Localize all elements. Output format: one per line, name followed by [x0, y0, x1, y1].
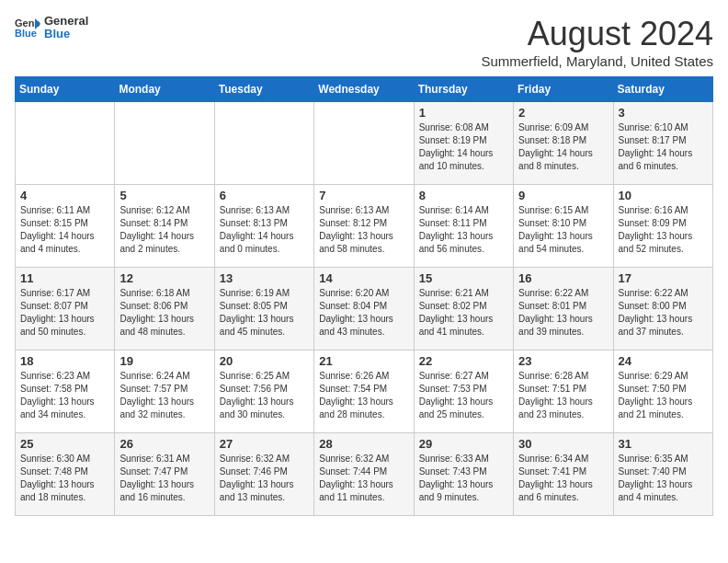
calendar-week-row: 4Sunrise: 6:11 AM Sunset: 8:15 PM Daylig… — [16, 185, 713, 268]
calendar-cell — [314, 102, 414, 185]
calendar-cell: 24Sunrise: 6:29 AM Sunset: 7:50 PM Dayli… — [613, 350, 712, 433]
calendar-cell: 31Sunrise: 6:35 AM Sunset: 7:40 PM Dayli… — [613, 433, 712, 516]
day-number: 1 — [419, 106, 508, 120]
day-number: 18 — [20, 354, 109, 368]
calendar-cell: 19Sunrise: 6:24 AM Sunset: 7:57 PM Dayli… — [115, 350, 214, 433]
cell-info: Sunrise: 6:28 AM Sunset: 7:51 PM Dayligh… — [518, 370, 608, 421]
calendar-cell: 4Sunrise: 6:11 AM Sunset: 8:15 PM Daylig… — [16, 185, 115, 268]
cell-info: Sunrise: 6:31 AM Sunset: 7:47 PM Dayligh… — [119, 453, 209, 504]
day-number: 4 — [20, 189, 109, 202]
header: General Blue General Blue August 2024 Su… — [15, 15, 713, 69]
calendar-cell: 25Sunrise: 6:30 AM Sunset: 7:48 PM Dayli… — [16, 433, 115, 516]
calendar-cell: 16Sunrise: 6:22 AM Sunset: 8:01 PM Dayli… — [514, 268, 613, 350]
day-number: 6 — [220, 189, 309, 202]
calendar-cell: 20Sunrise: 6:25 AM Sunset: 7:56 PM Dayli… — [214, 350, 313, 433]
day-number: 15 — [419, 271, 508, 285]
day-number: 16 — [518, 271, 608, 285]
day-header-monday: Monday — [115, 77, 214, 102]
cell-info: Sunrise: 6:22 AM Sunset: 8:01 PM Dayligh… — [518, 287, 608, 339]
calendar-cell: 1Sunrise: 6:08 AM Sunset: 8:19 PM Daylig… — [414, 102, 513, 185]
cell-info: Sunrise: 6:08 AM Sunset: 8:19 PM Dayligh… — [419, 121, 508, 173]
day-header-thursday: Thursday — [414, 77, 513, 102]
day-number: 23 — [518, 354, 608, 368]
calendar-cell: 26Sunrise: 6:31 AM Sunset: 7:47 PM Dayli… — [115, 433, 214, 516]
cell-info: Sunrise: 6:25 AM Sunset: 7:56 PM Dayligh… — [220, 370, 309, 421]
calendar-cell: 5Sunrise: 6:12 AM Sunset: 8:14 PM Daylig… — [115, 185, 214, 268]
cell-info: Sunrise: 6:11 AM Sunset: 8:15 PM Dayligh… — [20, 204, 109, 256]
calendar-cell: 18Sunrise: 6:23 AM Sunset: 7:58 PM Dayli… — [16, 350, 115, 433]
calendar-cell: 27Sunrise: 6:32 AM Sunset: 7:46 PM Dayli… — [214, 433, 313, 516]
logo-icon: General Blue — [15, 17, 40, 39]
calendar-cell: 9Sunrise: 6:15 AM Sunset: 8:10 PM Daylig… — [514, 185, 613, 268]
calendar-cell: 21Sunrise: 6:26 AM Sunset: 7:54 PM Dayli… — [314, 350, 414, 433]
day-number: 30 — [518, 437, 608, 451]
cell-info: Sunrise: 6:16 AM Sunset: 8:09 PM Dayligh… — [619, 204, 708, 256]
title-area: August 2024 Summerfield, Maryland, Unite… — [481, 15, 713, 69]
cell-info: Sunrise: 6:18 AM Sunset: 8:06 PM Dayligh… — [119, 287, 209, 339]
day-header-sunday: Sunday — [16, 77, 115, 102]
calendar-week-row: 1Sunrise: 6:08 AM Sunset: 8:19 PM Daylig… — [16, 102, 713, 185]
svg-text:Blue: Blue — [15, 28, 37, 39]
cell-info: Sunrise: 6:15 AM Sunset: 8:10 PM Dayligh… — [518, 204, 608, 256]
calendar-cell: 2Sunrise: 6:09 AM Sunset: 8:18 PM Daylig… — [514, 102, 613, 185]
calendar-cell: 14Sunrise: 6:20 AM Sunset: 8:04 PM Dayli… — [314, 268, 414, 350]
day-number: 17 — [619, 271, 708, 285]
day-number: 19 — [119, 354, 209, 368]
day-number: 14 — [319, 271, 408, 285]
calendar-week-row: 18Sunrise: 6:23 AM Sunset: 7:58 PM Dayli… — [16, 350, 713, 433]
day-number: 29 — [419, 437, 508, 451]
day-number: 21 — [319, 354, 408, 368]
cell-info: Sunrise: 6:09 AM Sunset: 8:18 PM Dayligh… — [518, 121, 608, 173]
cell-info: Sunrise: 6:14 AM Sunset: 8:11 PM Dayligh… — [419, 204, 508, 256]
cell-info: Sunrise: 6:22 AM Sunset: 8:00 PM Dayligh… — [619, 287, 708, 339]
cell-info: Sunrise: 6:32 AM Sunset: 7:46 PM Dayligh… — [220, 453, 309, 504]
cell-info: Sunrise: 6:20 AM Sunset: 8:04 PM Dayligh… — [319, 287, 408, 339]
cell-info: Sunrise: 6:19 AM Sunset: 8:05 PM Dayligh… — [220, 287, 309, 339]
logo-blue-text: Blue — [44, 28, 88, 40]
calendar-cell: 30Sunrise: 6:34 AM Sunset: 7:41 PM Dayli… — [514, 433, 613, 516]
cell-info: Sunrise: 6:23 AM Sunset: 7:58 PM Dayligh… — [20, 370, 109, 421]
cell-info: Sunrise: 6:13 AM Sunset: 8:12 PM Dayligh… — [319, 204, 408, 256]
logo: General Blue General Blue — [15, 15, 88, 41]
day-number: 5 — [119, 189, 209, 202]
day-number: 20 — [220, 354, 309, 368]
day-number: 31 — [619, 437, 708, 451]
calendar-body: 1Sunrise: 6:08 AM Sunset: 8:19 PM Daylig… — [16, 102, 713, 516]
calendar-cell — [214, 102, 313, 185]
cell-info: Sunrise: 6:34 AM Sunset: 7:41 PM Dayligh… — [518, 453, 608, 504]
cell-info: Sunrise: 6:13 AM Sunset: 8:13 PM Dayligh… — [220, 204, 309, 256]
cell-info: Sunrise: 6:29 AM Sunset: 7:50 PM Dayligh… — [619, 370, 708, 421]
day-number: 12 — [119, 271, 209, 285]
day-number: 8 — [419, 189, 508, 202]
day-number: 13 — [220, 271, 309, 285]
calendar-cell: 6Sunrise: 6:13 AM Sunset: 8:13 PM Daylig… — [214, 185, 313, 268]
cell-info: Sunrise: 6:32 AM Sunset: 7:44 PM Dayligh… — [319, 453, 408, 504]
day-number: 10 — [619, 189, 708, 202]
day-header-saturday: Saturday — [613, 77, 712, 102]
calendar-cell: 8Sunrise: 6:14 AM Sunset: 8:11 PM Daylig… — [414, 185, 513, 268]
day-header-wednesday: Wednesday — [314, 77, 414, 102]
calendar-table: SundayMondayTuesdayWednesdayThursdayFrid… — [15, 76, 713, 516]
calendar-cell: 28Sunrise: 6:32 AM Sunset: 7:44 PM Dayli… — [314, 433, 414, 516]
cell-info: Sunrise: 6:21 AM Sunset: 8:02 PM Dayligh… — [419, 287, 508, 339]
cell-info: Sunrise: 6:27 AM Sunset: 7:53 PM Dayligh… — [419, 370, 508, 421]
calendar-cell: 22Sunrise: 6:27 AM Sunset: 7:53 PM Dayli… — [414, 350, 513, 433]
day-number: 27 — [220, 437, 309, 451]
calendar-cell — [16, 102, 115, 185]
day-number: 28 — [319, 437, 408, 451]
calendar-cell: 7Sunrise: 6:13 AM Sunset: 8:12 PM Daylig… — [314, 185, 414, 268]
calendar-cell: 13Sunrise: 6:19 AM Sunset: 8:05 PM Dayli… — [214, 268, 313, 350]
day-number: 25 — [20, 437, 109, 451]
calendar-header-row: SundayMondayTuesdayWednesdayThursdayFrid… — [16, 77, 713, 102]
day-number: 9 — [518, 189, 608, 202]
location-subtitle: Summerfield, Maryland, United States — [481, 53, 713, 69]
calendar-week-row: 11Sunrise: 6:17 AM Sunset: 8:07 PM Dayli… — [16, 268, 713, 350]
day-number: 24 — [619, 354, 708, 368]
day-header-friday: Friday — [514, 77, 613, 102]
calendar-cell: 23Sunrise: 6:28 AM Sunset: 7:51 PM Dayli… — [514, 350, 613, 433]
calendar-week-row: 25Sunrise: 6:30 AM Sunset: 7:48 PM Dayli… — [16, 433, 713, 516]
cell-info: Sunrise: 6:33 AM Sunset: 7:43 PM Dayligh… — [419, 453, 508, 504]
calendar-cell: 10Sunrise: 6:16 AM Sunset: 8:09 PM Dayli… — [613, 185, 712, 268]
calendar-cell: 29Sunrise: 6:33 AM Sunset: 7:43 PM Dayli… — [414, 433, 513, 516]
calendar-cell: 3Sunrise: 6:10 AM Sunset: 8:17 PM Daylig… — [613, 102, 712, 185]
